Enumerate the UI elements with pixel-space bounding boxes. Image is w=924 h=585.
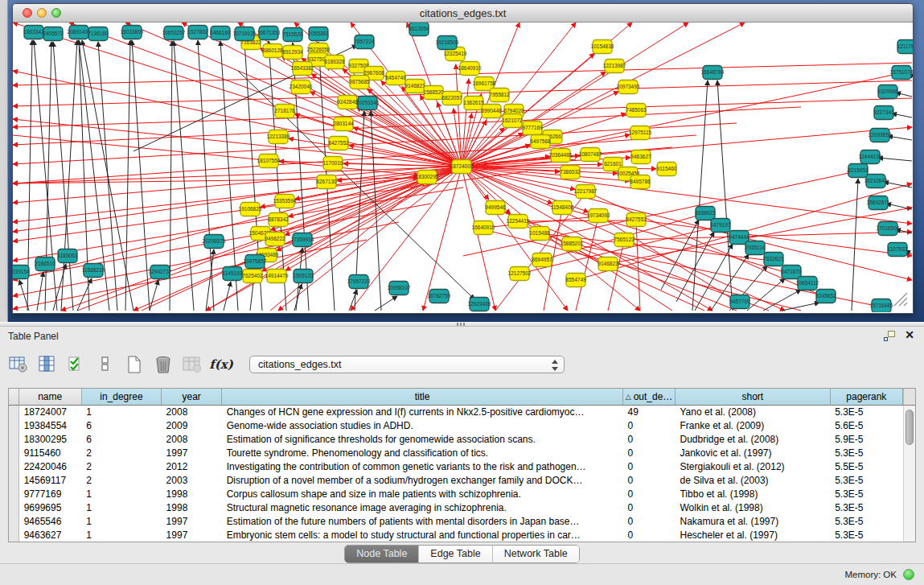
graph-node-label: 6822057: [441, 95, 462, 101]
graph-node-label: 8427552: [328, 140, 349, 146]
graph-node-label: 1170016: [323, 160, 343, 166]
rows-icon[interactable]: [93, 352, 117, 377]
dropdown-arrows-icon: [551, 359, 558, 372]
graph-node-label: 12213987: [603, 63, 626, 68]
graph-node-label: 9474444: [729, 234, 749, 240]
graph-node-label: 1239154: [13, 269, 30, 274]
graph-node-label: 20364486: [549, 152, 573, 158]
graph-node-label: 621601: [604, 161, 622, 167]
graph-node-label: 1362615: [463, 100, 484, 105]
graph-node-label: 2935114: [745, 245, 766, 250]
memory-status-icon[interactable]: [903, 569, 914, 580]
graph-node-label: 17016504: [877, 225, 900, 231]
graph-node-label: 6479197: [710, 222, 731, 228]
window-resize-grip[interactable]: [894, 293, 907, 306]
tab-network-table[interactable]: Network Table: [493, 546, 579, 562]
table-row[interactable]: 969969511998Structural magnetic resonanc…: [9, 501, 903, 514]
column-header-title[interactable]: title: [222, 389, 623, 405]
graph-node-label: 15751074: [890, 69, 913, 75]
graph-node-label: 12444139: [859, 154, 882, 159]
select-rows-icon[interactable]: [64, 352, 88, 377]
graph-node-label: 1211786: [897, 43, 913, 49]
graph-node-label: 18107554: [257, 158, 281, 163]
graph-node-label: 12325419: [444, 51, 467, 56]
table-row[interactable]: 911546021997Tourette syndrome. Phenomeno…: [9, 446, 903, 459]
graph-node-label: 10719135: [233, 31, 257, 36]
graph-node-label: 10973493: [617, 84, 640, 89]
graph-node-label: 8813054: [409, 26, 429, 31]
table-row[interactable]: 2242004622012Investigating the contribut…: [9, 459, 903, 473]
scrollbar-corner: [903, 389, 915, 406]
graph-node-label: 19218506: [436, 39, 459, 45]
graph-node-label: 9242848: [337, 99, 358, 105]
graph-node-label: 23420046: [290, 84, 313, 89]
graph-node-label: 17957223: [347, 278, 371, 284]
function-builder-icon[interactable]: f(x): [209, 352, 233, 377]
tab-edge-table[interactable]: Edge Table: [419, 546, 492, 562]
table-settings-icon[interactable]: [6, 352, 31, 377]
network-canvas[interactable]: 7163822886012889129342522605893275058186…: [13, 23, 913, 312]
graph-node-label: 1185061: [58, 253, 78, 258]
graph-node-label: 19734093: [587, 212, 610, 218]
float-panel-icon[interactable]: [884, 331, 895, 341]
graph-node-label: 2405572: [43, 31, 64, 36]
graph-node-label: 12942737: [149, 269, 172, 274]
graph-node-label: 7565123: [614, 237, 634, 242]
graph-node-label: 16033809: [121, 29, 144, 35]
graph-node-label: 9115460: [657, 166, 677, 171]
table-row[interactable]: 1830029562008Estimation of significance …: [9, 432, 903, 446]
graph-node-label: 9777169: [522, 125, 543, 130]
table-header-row[interactable]: namein_degreeyeartitle△out_de…shortpager…: [9, 389, 903, 405]
graph-node-label: 6466160: [210, 30, 231, 35]
table-row[interactable]: 1456911722003Disruption of a novel membe…: [9, 473, 903, 487]
column-header-in_degree[interactable]: in_degree: [81, 389, 161, 405]
graph-node-label: 8215953: [848, 167, 869, 173]
column-header-name[interactable]: name: [18, 389, 81, 405]
column-header-short[interactable]: short: [675, 389, 830, 405]
graph-node-label: 8938923: [695, 210, 716, 216]
column-header-year[interactable]: year: [162, 389, 222, 405]
scrollbar-thumb[interactable]: [906, 410, 914, 445]
graph-node-label: 12923468: [468, 301, 491, 307]
table-column-icon[interactable]: [35, 352, 60, 377]
graph-node-label: 12975115: [629, 130, 652, 135]
new-document-icon[interactable]: [122, 352, 146, 377]
graph-node-label: 20053346: [356, 100, 380, 105]
graph-node-label: 12254419: [507, 218, 530, 224]
graph-node-label: 10154838: [591, 43, 614, 49]
vertical-scrollbar[interactable]: [903, 406, 915, 542]
graph-node-label: 1588520: [423, 89, 444, 95]
delete-table-icon: [180, 352, 204, 377]
column-header-out_de[interactable]: △out_de…: [623, 389, 676, 405]
table-row[interactable]: 1872400712008Changes of HCN gene express…: [9, 405, 903, 418]
graph-node-label: 12093852: [869, 132, 892, 138]
graph-node-label: 9457791: [729, 299, 750, 304]
delete-trash-icon[interactable]: [151, 352, 175, 377]
graph-node-label: 12217987: [574, 188, 598, 194]
graph-node-label: 15353594: [273, 198, 297, 204]
graph-node-label: 9329966: [877, 89, 898, 94]
table-row[interactable]: 1938455462009Genome-wide association stu…: [9, 418, 903, 432]
close-panel-icon[interactable]: ✕: [905, 328, 914, 341]
graph-node-label: 7485063: [626, 107, 647, 113]
memory-status-label: Memory: OK: [844, 570, 897, 579]
tab-node-table[interactable]: Node Table: [345, 546, 419, 562]
network-window-titlebar[interactable]: citations_edges.txt: [13, 4, 913, 23]
table-row[interactable]: 977716911998Corpus callosum shape and si…: [9, 487, 903, 501]
graph-node-label: 1107533: [888, 246, 908, 252]
graph-node-label: 8694957: [532, 257, 552, 262]
table-row[interactable]: 946362711997Embryonic stem cells: a mode…: [9, 528, 903, 542]
graph-node-label: 18724007: [450, 163, 474, 169]
divider-grip[interactable]: [457, 323, 466, 326]
graph-node-label: 8454749: [385, 75, 406, 80]
column-header-pagerank[interactable]: pagerank: [830, 389, 902, 405]
node-table-grid[interactable]: namein_degreeyeartitle△out_de…shortpager…: [9, 389, 903, 542]
graph-node-label: 15692871: [867, 200, 890, 205]
graph-node-label: 1145193: [223, 270, 243, 276]
graph-node-label: 1663342: [23, 29, 44, 35]
graph-node-label: 7515526: [282, 31, 303, 37]
graph-node-label: 17359934: [291, 237, 314, 242]
citation-graph[interactable]: 7163822886012889129342522605893275058186…: [13, 23, 913, 312]
table-row[interactable]: 946554611997Estimation of the future num…: [9, 514, 903, 528]
table-selector-dropdown[interactable]: citations_edges.txt: [249, 356, 565, 373]
